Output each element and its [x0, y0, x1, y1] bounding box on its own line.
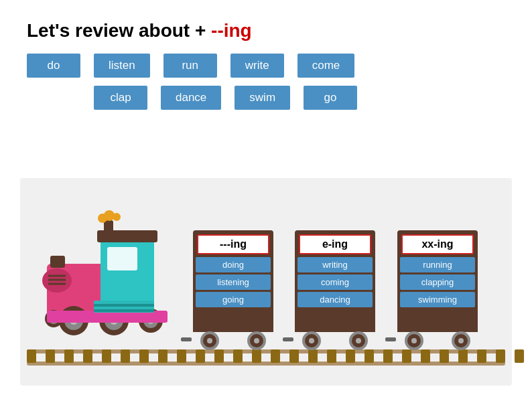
- header-text: Let's review about +: [27, 20, 211, 41]
- svg-rect-12: [50, 256, 65, 268]
- locomotive-svg: [40, 210, 181, 351]
- sleeper: [496, 349, 505, 363]
- svg-rect-29: [94, 309, 154, 312]
- sleeper: [196, 349, 205, 363]
- wagon-xx-ing-axle: [391, 331, 484, 351]
- svg-point-7: [113, 213, 121, 221]
- word-listen[interactable]: listen: [94, 54, 150, 78]
- wagon-ing-connector: [181, 337, 192, 341]
- wagon-ing: ---ing doing listening going: [186, 230, 280, 351]
- sleeper: [64, 349, 74, 363]
- word-doing: doing: [196, 257, 271, 272]
- word-do[interactable]: do: [27, 54, 80, 78]
- svg-rect-2: [107, 247, 137, 270]
- wagon-ing-header: ---ing: [197, 234, 269, 254]
- word-coming: coming: [297, 274, 373, 290]
- word-clap[interactable]: clap: [94, 86, 147, 110]
- wagon-xx-ing-wheel-right: [452, 331, 470, 350]
- word-running: running: [400, 257, 475, 272]
- sleeper: [271, 349, 280, 363]
- word-writing: writing: [297, 257, 373, 272]
- wagon-e-ing-header: e-ing: [299, 234, 371, 254]
- sleeper: [477, 349, 486, 363]
- wagon-ing-axle: [186, 331, 280, 351]
- page-header: Let's review about + --ing: [0, 0, 532, 48]
- wagon-e-ing: e-ing writing coming dancing: [288, 230, 382, 351]
- sleeper: [327, 349, 336, 363]
- train-scene: ---ing doing listening going e-ing writi…: [20, 178, 512, 386]
- sleeper: [252, 349, 261, 363]
- wagon-e-ing-wheel-right: [349, 331, 368, 350]
- wagon-ing-words: doing listening going: [196, 257, 271, 307]
- sleeper: [421, 349, 430, 363]
- wagon-xx-ing-connector: [385, 337, 396, 341]
- header-suffix: --ing: [211, 20, 252, 41]
- wagon-ing-wheel-left: [200, 331, 219, 350]
- sleeper: [402, 349, 411, 363]
- word-clapping: clapping: [400, 274, 475, 290]
- sleeper: [46, 349, 55, 363]
- wagon-xx-ing: xx-ing running clapping swimming: [391, 230, 484, 351]
- svg-rect-4: [104, 220, 113, 232]
- words-area: do listen run write come clap dance swim…: [0, 54, 532, 110]
- wagon-e-ing-axle: [288, 331, 382, 351]
- wagon-e-ing-body: e-ing writing coming dancing: [295, 230, 375, 332]
- sleeper: [458, 349, 468, 363]
- sleeper: [383, 349, 393, 363]
- word-swim[interactable]: swim: [235, 86, 290, 110]
- sleeper: [233, 349, 243, 363]
- wagon-xx-ing-header: xx-ing: [401, 234, 474, 254]
- words-row-1: do listen run write come: [27, 54, 505, 78]
- wagon-e-ing-connector: [283, 337, 293, 341]
- word-go[interactable]: go: [304, 86, 357, 110]
- wagon-ing-wheel-right: [247, 331, 266, 350]
- svg-rect-28: [94, 304, 154, 307]
- word-dance[interactable]: dance: [161, 86, 221, 110]
- sleeper: [346, 349, 355, 363]
- word-swimming: swimming: [400, 292, 475, 307]
- sleeper: [121, 349, 130, 363]
- wagon-e-ing-words: writing coming dancing: [297, 257, 373, 307]
- sleeper: [102, 349, 111, 363]
- sleeper: [289, 349, 299, 363]
- sleeper: [515, 349, 524, 363]
- wagon-ing-body: ---ing doing listening going: [193, 230, 273, 332]
- word-dancing: dancing: [297, 292, 373, 307]
- words-row-2: clap dance swim go: [27, 86, 505, 110]
- sleeper: [440, 349, 449, 363]
- word-come[interactable]: come: [297, 54, 355, 78]
- sleeper: [158, 349, 168, 363]
- sleeper: [214, 349, 224, 363]
- word-going: going: [196, 292, 271, 307]
- wagon-xx-ing-wheel-left: [405, 331, 423, 350]
- word-run[interactable]: run: [163, 54, 217, 78]
- locomotive: [40, 210, 181, 351]
- wagon-e-ing-wheel-left: [302, 331, 321, 350]
- sleeper: [308, 349, 318, 363]
- wagon-xx-ing-body: xx-ing running clapping swimming: [397, 230, 478, 332]
- sleeper: [27, 349, 36, 363]
- word-write[interactable]: write: [230, 54, 284, 78]
- word-listening: listening: [196, 274, 271, 290]
- sleeper: [177, 349, 186, 363]
- sleeper: [364, 349, 374, 363]
- sleeper: [139, 349, 149, 363]
- wagon-xx-ing-words: running clapping swimming: [400, 257, 475, 307]
- sleeper: [83, 349, 92, 363]
